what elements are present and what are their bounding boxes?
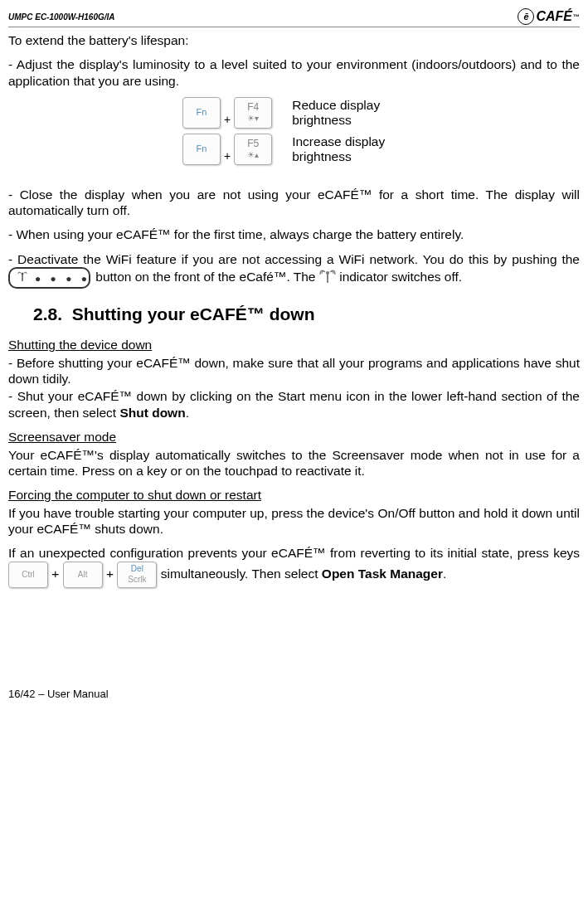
plus-icon: +: [224, 149, 231, 166]
brand-logo: ē CAFÉ ™: [518, 8, 580, 25]
plus-text: +: [51, 567, 59, 581]
forcing-text1: If you have trouble starting your comput…: [8, 505, 580, 537]
svg-point-1: [22, 273, 24, 275]
screensaver-text: Your eCAFÉ™'s display automatically swit…: [8, 447, 580, 479]
logo-e-icon: ē: [518, 8, 534, 25]
intro-adjust: - Adjust the display's luminosity to a l…: [8, 56, 580, 89]
svg-point-3: [326, 271, 329, 275]
intro-lifespan: To extend the battery's lifespan:: [8, 32, 580, 48]
forcing-heading: Forcing the computer to shut down or res…: [8, 488, 261, 502]
antenna-small-icon: [17, 271, 28, 286]
del-key-icon: Del Scrlk: [117, 562, 157, 588]
f4-key-icon: F4 ☀▾: [234, 97, 272, 129]
brightness-reduce-row: Fn + F4 ☀▾ Reduce display brightness: [8, 97, 580, 129]
screensaver-heading: Screensaver mode: [8, 430, 116, 444]
plus-text: +: [106, 567, 114, 581]
shutdown-line1: - Before shutting your eCAFÉ™ down, make…: [8, 355, 580, 387]
ctrl-key-icon: Ctrl: [8, 562, 48, 588]
header-bar: UMPC EC-1000W-H160G/IA ē CAFÉ ™: [8, 8, 580, 27]
alt-key-icon: Alt: [63, 562, 103, 588]
increase-brightness-label: Increase display brightness: [292, 134, 385, 165]
page-footer: 16/42 – User Manual: [8, 688, 580, 701]
wifi-indicator-icon: [319, 272, 339, 286]
plus-icon: +: [224, 113, 231, 129]
brightness-increase-row: Fn + F5 ☀▴ Increase display brightness: [8, 134, 580, 165]
model-number: UMPC EC-1000W-H160G/IA: [8, 12, 115, 22]
forcing-text2: If an unexpected configuration prevents …: [8, 545, 580, 587]
section-heading: 2.8. Shutting your eCAFÉ™ down: [33, 304, 580, 325]
brand-text: CAFÉ: [536, 9, 572, 24]
bullet-close-display: - Close the display when you are not usi…: [8, 187, 580, 219]
fn-key-icon: Fn: [182, 134, 221, 165]
bullet-first-time: - When using your eCAFÉ™ for the first t…: [8, 226, 580, 242]
shutdown-line2: - Shut your eCAFÉ™ down by clicking on t…: [8, 388, 580, 421]
reduce-brightness-label: Reduce display brightness: [292, 98, 380, 129]
f5-key-icon: F5 ☀▴: [234, 134, 272, 165]
brightness-down-icon: ☀▾: [247, 114, 259, 124]
fn-key-icon: Fn: [182, 97, 221, 129]
brightness-up-icon: ☀▴: [247, 150, 259, 161]
shutdown-heading: Shutting the device down: [8, 338, 152, 352]
bullet-deactivate-wifi: - Deactivate the WiFi feature if you are…: [8, 251, 580, 289]
brand-tm: ™: [573, 13, 580, 21]
wifi-hardware-button-icon: ● ● ● ●: [8, 267, 90, 289]
